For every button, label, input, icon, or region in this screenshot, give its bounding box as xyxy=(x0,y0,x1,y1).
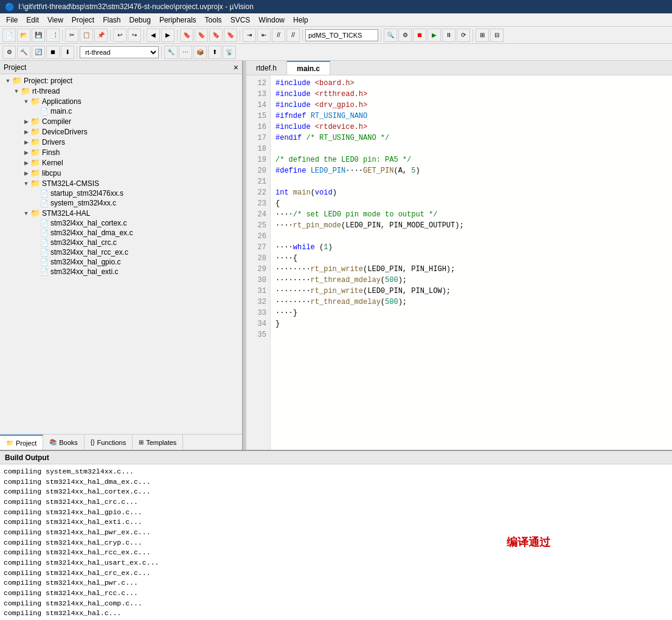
editor-area: rtdef.h main.c 1213141516 1718192021 222… xyxy=(246,61,672,450)
editor-tab-main[interactable]: main.c xyxy=(287,61,330,75)
menu-help[interactable]: Help xyxy=(289,15,312,26)
nav-back-btn[interactable]: ◀ xyxy=(147,29,160,42)
tree-item-crc[interactable]: 📄 stm32l4xx_hal_crc.c xyxy=(1,238,241,247)
build-btn[interactable]: 🔨 xyxy=(17,46,30,59)
build-line-11: compiling stm32l4xx_hal_crc_ex.c... xyxy=(4,568,668,579)
indent-btn[interactable]: ⇥ xyxy=(243,29,256,42)
menu-tools[interactable]: Tools xyxy=(201,15,226,26)
build-line-12: compiling stm32l4xx_hal_pwr.c... xyxy=(4,578,668,588)
target-dropdown[interactable]: rt-thread xyxy=(80,46,159,58)
sep8 xyxy=(473,29,473,41)
tree-item-system[interactable]: 📄 system_stm32l4xx.c xyxy=(1,198,241,208)
tab-project-label: Project xyxy=(16,439,36,447)
nav-fwd-btn[interactable]: ▶ xyxy=(161,29,175,42)
libcpu-folder-icon: 📁 xyxy=(30,168,40,177)
search-input[interactable] xyxy=(305,29,378,41)
code-content[interactable]: #include <board.h> #include <rtthread.h>… xyxy=(271,75,672,450)
open-btn[interactable]: 📂 xyxy=(17,29,30,42)
menu-peripherals[interactable]: Peripherals xyxy=(156,15,200,26)
bookmark3-btn[interactable]: 🔖 xyxy=(209,29,223,42)
redo-btn[interactable]: ↪ xyxy=(128,29,141,42)
stop-build-btn[interactable]: ⏹ xyxy=(46,46,60,59)
tree-item-gpio[interactable]: 📄 stm32l4xx_hal_gpio.c xyxy=(1,257,241,267)
rebuild-btn[interactable]: 🔄 xyxy=(32,46,45,59)
tree-item-cortex[interactable]: 📄 stm32l4xx_hal_cortex.c xyxy=(1,218,241,228)
sep3 xyxy=(144,29,144,41)
proj-props-btn[interactable]: ⚙ xyxy=(2,46,16,59)
tab-project[interactable]: 📁 Project xyxy=(0,435,43,450)
build-output-content[interactable]: compiling system_stm32l4xx.c... compilin… xyxy=(0,464,672,620)
menu-edit[interactable]: Edit xyxy=(23,15,43,26)
tree-item-main-c[interactable]: 📄 main.c xyxy=(1,106,241,116)
undo-btn[interactable]: ↩ xyxy=(113,29,126,42)
rtos-btn[interactable]: 🔧 xyxy=(164,46,178,59)
sep5 xyxy=(240,29,240,41)
ext-btn[interactable]: ⬆ xyxy=(208,46,221,59)
save-btn[interactable]: 💾 xyxy=(32,29,45,42)
tree-item-stm32l4-hal[interactable]: ▼ 📁 STM32L4-HAL xyxy=(1,208,241,218)
applications-folder-icon: 📁 xyxy=(30,97,40,106)
tree-item-exti[interactable]: 📄 stm32l4xx_hal_exti.c xyxy=(1,267,241,277)
bookmark-btn[interactable]: 🔖 xyxy=(180,29,193,42)
cut-btn[interactable]: ✂ xyxy=(65,29,78,42)
window-btn[interactable]: ⊞ xyxy=(476,29,489,42)
rt-thread-folder-icon: 📁 xyxy=(21,86,30,95)
editor-tab-rtdef-label: rtdef.h xyxy=(256,64,277,72)
menu-project[interactable]: Project xyxy=(68,15,98,26)
reset-btn[interactable]: ⟳ xyxy=(457,29,470,42)
sep6 xyxy=(302,29,303,41)
tree-item-kernel[interactable]: ▶ 📁 Kernel xyxy=(1,157,241,168)
tab-functions[interactable]: {} Functions xyxy=(85,435,133,450)
rtos2-btn[interactable]: 📦 xyxy=(193,46,207,59)
tree-item-stm32l4-cmsis[interactable]: ▼ 📁 STM32L4-CMSIS xyxy=(1,178,241,188)
more-btn[interactable]: ⋯ xyxy=(179,46,192,59)
tree-item-compiler[interactable]: ▶ 📁 Compiler xyxy=(1,116,241,126)
bookmark4-btn[interactable]: 🔖 xyxy=(224,29,237,42)
tree-item-devicedrivers[interactable]: ▶ 📁 DeviceDrivers xyxy=(1,126,241,137)
menu-svcs[interactable]: SVCS xyxy=(227,15,254,26)
toolbar2: ⚙ 🔨 🔄 ⏹ ⬇ rt-thread 🔧 ⋯ 📦 ⬆ 📡 xyxy=(0,44,672,61)
comment-btn[interactable]: // xyxy=(272,29,285,42)
load-btn[interactable]: ⬇ xyxy=(61,46,74,59)
layout-btn[interactable]: ⊟ xyxy=(490,29,504,42)
wifi-btn[interactable]: 📡 xyxy=(223,46,236,59)
tab-functions-label: Functions xyxy=(97,439,126,446)
tree-item-libcpu[interactable]: ▶ 📁 libcpu xyxy=(1,168,241,178)
tree-item-applications[interactable]: ▼ 📁 Applications xyxy=(1,96,241,106)
bookmark2-btn[interactable]: 🔖 xyxy=(195,29,208,42)
save-all-btn[interactable]: 📑 xyxy=(46,29,60,42)
stop-btn[interactable]: ⏹ xyxy=(413,29,426,42)
tree-item-dma-ex[interactable]: 📄 stm32l4xx_hal_dma_ex.c xyxy=(1,228,241,238)
startup-file-icon: 📄 xyxy=(40,190,49,198)
new-btn[interactable]: 📄 xyxy=(2,29,16,42)
copy-btn[interactable]: 📋 xyxy=(80,29,93,42)
tree-item-startup[interactable]: 📄 startup_stm32l476xx.s xyxy=(1,188,241,198)
tree-item-finsh[interactable]: ▶ 📁 Finsh xyxy=(1,147,241,157)
menu-window[interactable]: Window xyxy=(255,15,288,26)
exti-label: stm32l4xx_hal_exti.c xyxy=(50,267,118,276)
tree-arrow-finsh: ▶ xyxy=(22,150,30,156)
menu-flash[interactable]: Flash xyxy=(99,15,124,26)
tab-templates-label: Templates xyxy=(146,439,176,446)
paste-btn[interactable]: 📌 xyxy=(94,29,108,42)
tab-templates[interactable]: ⊞ Templates xyxy=(133,435,183,450)
editor-tab-rtdef[interactable]: rtdef.h xyxy=(246,61,287,75)
menu-view[interactable]: View xyxy=(44,15,67,26)
tab-books[interactable]: 📚 Books xyxy=(43,435,85,450)
code-editor[interactable]: 1213141516 1718192021 2223242526 2728293… xyxy=(246,75,672,450)
build-success-text: 编译通过 xyxy=(507,535,550,549)
menu-file[interactable]: File xyxy=(2,15,21,26)
pause-btn[interactable]: ⏸ xyxy=(442,29,456,42)
search-btn[interactable]: 🔍 xyxy=(384,29,397,42)
settings-btn[interactable]: ⚙ xyxy=(398,29,412,42)
menu-debug[interactable]: Debug xyxy=(126,15,154,26)
tree-root[interactable]: ▼ 📁 Project: project xyxy=(1,75,241,86)
tree-item-rcc-ex[interactable]: 📄 stm32l4xx_hal_rcc_ex.c xyxy=(1,247,241,257)
unindent-btn[interactable]: ⇤ xyxy=(257,29,271,42)
project-panel-close[interactable]: × xyxy=(234,63,238,72)
tree-item-rt-thread[interactable]: ▼ 📁 rt-thread xyxy=(1,86,241,96)
tree-arrow-applications: ▼ xyxy=(22,98,30,105)
run-btn[interactable]: ▶ xyxy=(428,29,441,42)
tree-item-drivers[interactable]: ▶ 📁 Drivers xyxy=(1,137,241,147)
uncomment-btn[interactable]: // xyxy=(286,29,300,42)
